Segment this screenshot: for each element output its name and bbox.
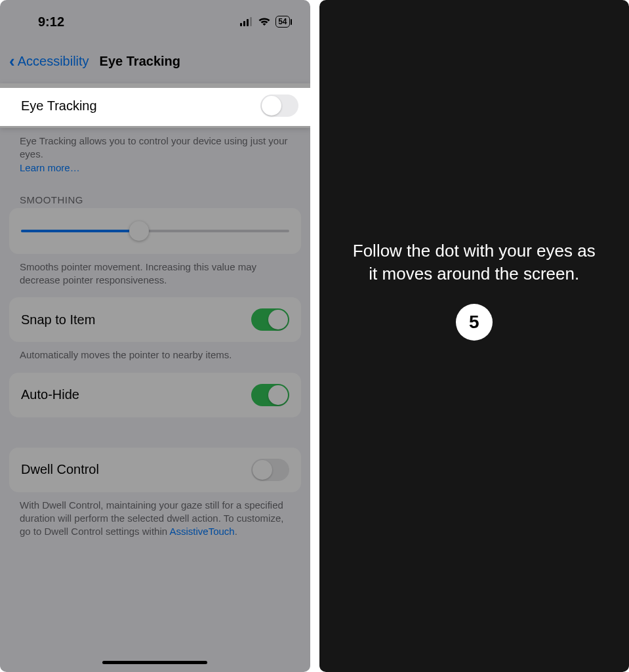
learn-more-link[interactable]: Learn more… <box>20 162 80 173</box>
auto-hide-spacer <box>0 417 310 444</box>
status-time: 9:12 <box>18 14 64 30</box>
battery-level: 54 <box>278 17 287 26</box>
cellular-icon <box>240 14 253 30</box>
auto-hide-toggle[interactable] <box>251 384 289 406</box>
auto-hide-label: Auto-Hide <box>21 387 79 402</box>
snap-to-item-toggle[interactable] <box>251 308 289 331</box>
dwell-control-toggle[interactable] <box>251 459 289 481</box>
page-title: Eye Tracking <box>100 54 180 69</box>
eye-tracking-row[interactable]: Eye Tracking <box>0 83 310 128</box>
calibration-instruction: Follow the dot with your eyes as it move… <box>351 240 598 285</box>
nav-bar: ‹ Accessibility Eye Tracking <box>0 33 310 83</box>
dwell-control-footer: With Dwell Control, maintaining your gaz… <box>0 492 310 545</box>
home-indicator[interactable] <box>102 661 207 664</box>
calibration-screen: Follow the dot with your eyes as it move… <box>319 0 630 672</box>
svg-rect-1 <box>243 21 245 26</box>
snap-to-item-row[interactable]: Snap to Item <box>9 297 301 342</box>
dwell-control-footer-text: With Dwell Control, maintaining your gaz… <box>20 499 283 537</box>
status-icons: 54 <box>240 14 291 30</box>
eye-tracking-label: Eye Tracking <box>21 98 97 114</box>
eye-tracking-footer: Eye Tracking allows you to control your … <box>0 128 310 181</box>
smoothing-header: SMOOTHING <box>0 181 310 208</box>
dwell-control-footer-end: . <box>235 526 237 537</box>
dwell-control-label: Dwell Control <box>21 462 99 477</box>
battery-icon: 54 <box>275 16 291 28</box>
back-button[interactable]: Accessibility <box>18 54 89 69</box>
snap-to-item-label: Snap to Item <box>21 312 95 327</box>
eye-tracking-toggle[interactable] <box>260 94 298 117</box>
wifi-icon <box>258 14 271 30</box>
svg-rect-0 <box>240 23 242 26</box>
dwell-control-row[interactable]: Dwell Control <box>9 448 301 492</box>
auto-hide-row[interactable]: Auto-Hide <box>9 373 301 417</box>
eye-tracking-footer-text: Eye Tracking allows you to control your … <box>20 135 288 159</box>
smoothing-footer: Smooths pointer movement. Increasing thi… <box>0 254 310 294</box>
status-bar: 9:12 54 <box>0 0 310 33</box>
svg-rect-2 <box>247 19 249 26</box>
smoothing-slider-knob[interactable] <box>129 221 149 241</box>
snap-to-item-footer: Automatically moves the pointer to nearb… <box>0 342 310 368</box>
settings-screen: 9:12 54 ‹ Accessibility Eye Tracking <box>0 0 310 672</box>
back-chevron-icon[interactable]: ‹ <box>9 51 15 72</box>
smoothing-slider-row <box>9 208 301 254</box>
smoothing-slider[interactable] <box>21 224 289 238</box>
calibration-countdown: 5 <box>456 304 493 341</box>
assistivetouch-link[interactable]: AssistiveTouch <box>169 526 234 537</box>
svg-rect-3 <box>250 17 252 26</box>
